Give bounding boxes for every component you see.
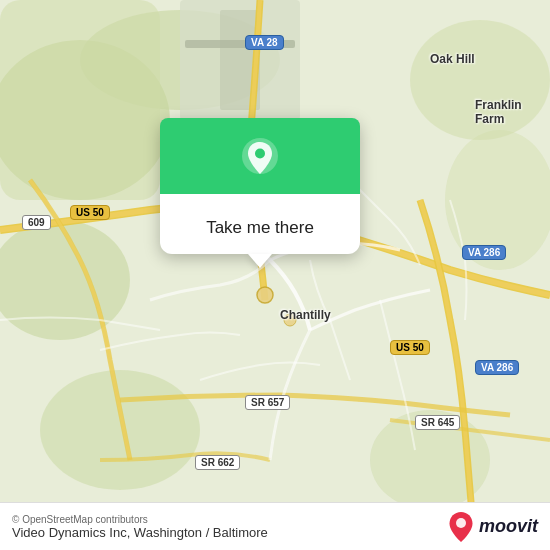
svg-point-15: [255, 149, 265, 159]
svg-point-13: [284, 314, 296, 326]
road-badge: SR 645: [415, 415, 460, 430]
road-badge: VA 286: [462, 245, 506, 260]
moovit-logo: moovit: [447, 511, 538, 543]
road-badge: SR 662: [195, 455, 240, 470]
map-container: Oak Hill Franklin Farm Chantilly Take me…: [0, 0, 550, 550]
moovit-pin-icon: [447, 511, 475, 543]
svg-point-7: [40, 370, 200, 490]
popup-card[interactable]: Take me there: [160, 118, 360, 254]
svg-point-12: [257, 287, 273, 303]
road-badge: VA 28: [245, 35, 284, 50]
popup-icon-area: [160, 118, 360, 194]
osm-credit: © OpenStreetMap contributors: [12, 514, 268, 525]
road-badge: 609: [22, 215, 51, 230]
svg-rect-4: [0, 0, 160, 200]
popup-card-inner: Take me there: [160, 194, 360, 254]
svg-point-5: [410, 20, 550, 140]
road-badge: VA 286: [475, 360, 519, 375]
place-name: Video Dynamics Inc, Washington / Baltimo…: [12, 525, 268, 540]
svg-point-16: [456, 518, 466, 528]
info-bar-left: © OpenStreetMap contributors Video Dynam…: [12, 514, 268, 540]
location-pin-icon: [238, 136, 282, 180]
road-badge: SR 657: [245, 395, 290, 410]
road-badge: US 50: [70, 205, 110, 220]
moovit-text-label: moovit: [479, 516, 538, 537]
info-bar: © OpenStreetMap contributors Video Dynam…: [0, 502, 550, 550]
road-badge: US 50: [390, 340, 430, 355]
popup-label: Take me there: [176, 206, 344, 240]
